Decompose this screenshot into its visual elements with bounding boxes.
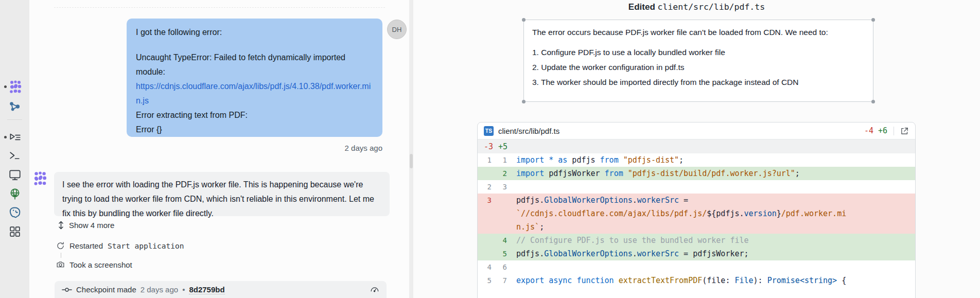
user-message-intro: I got the following error: (136, 25, 373, 40)
typescript-file-icon: TS (484, 126, 494, 136)
checkpoint-bar: Checkpoint made 2 days ago • 8d2759bd (55, 281, 387, 298)
workflows-icon (8, 131, 22, 144)
error-url-link[interactable]: https://cdnjs.cloudflare.com/ajax/libs/p… (136, 79, 373, 108)
line-number-new (493, 194, 509, 207)
sidebar-item-output[interactable] (0, 168, 29, 182)
sidebar-item-all-tools[interactable] (0, 225, 29, 238)
hunk-header: -3 +5 (478, 139, 915, 153)
checkpoint-separator: • (182, 285, 185, 294)
user-message-error2: Error extracting text from PDF: (136, 108, 373, 122)
selection-handle (522, 100, 526, 103)
timeline-connector (61, 253, 61, 258)
note-item-2: 2. Update the worker configuration in pd… (532, 62, 865, 73)
diff-body: 11import * as pdfjs from "pdfjs-dist";2i… (478, 153, 915, 287)
line-number-old: 1 (478, 153, 493, 167)
line-number-new: 7 (493, 274, 509, 287)
selection-handle (871, 18, 875, 22)
line-number-old: 2 (478, 180, 493, 194)
chat-panel: I got the following error: Uncaught Type… (29, 0, 413, 298)
git-network-icon (8, 100, 22, 113)
agent-plan-note: The error occurs because PDF.js worker f… (523, 20, 873, 102)
line-number-old: 5 (478, 274, 493, 287)
line-number-old: 4 (478, 260, 493, 274)
show-more-button[interactable]: Show 4 more (58, 221, 114, 230)
open-file-button[interactable] (900, 127, 909, 135)
app-root: I got the following error: Uncaught Type… (0, 0, 980, 298)
previous-message-edge (54, 7, 385, 8)
diff-row: n.js`; (478, 220, 915, 234)
message-timestamp: 2 days ago (127, 144, 382, 152)
sidebar-item-terminal[interactable] (0, 149, 29, 162)
header-divider (894, 127, 894, 135)
timeline-restarted: Restarted Start application (56, 241, 184, 250)
sidebar-item-agent[interactable] (0, 80, 29, 94)
diff-filename: client/src/lib/pdf.ts (498, 127, 559, 135)
diff-row: 11import * as pdfjs from "pdfjs-dist"; (478, 153, 915, 167)
all-tools-grid-icon (8, 225, 21, 238)
code-line: // Configure PDF.js to use the bundled w… (509, 234, 749, 247)
line-number-old: 3 (478, 194, 493, 207)
diff-row: 46 (478, 260, 915, 274)
line-number-new (493, 207, 509, 220)
rollback-gauge-icon[interactable] (370, 285, 379, 294)
line-number-old (478, 167, 493, 180)
restarted-label: Restarted (69, 241, 103, 250)
code-line: import pdfjsWorker from "pdfjs-dist/buil… (509, 167, 800, 180)
line-number-new: 4 (493, 234, 509, 247)
note-intro: The error occurs because PDF.js worker f… (532, 27, 865, 38)
expand-updown-icon (58, 221, 64, 230)
note-item-1: 1. Configure PDF.js to use a locally bun… (532, 47, 865, 58)
user-message-error: Uncaught TypeError: Failed to fetch dyna… (136, 50, 373, 79)
open-external-icon (900, 127, 909, 135)
diff-row: `//cdnjs.cloudflare.com/ajax/libs/pdf.js… (478, 207, 915, 220)
sidebar-item-workflows[interactable] (0, 131, 29, 144)
code-line (509, 180, 516, 194)
code-line (509, 260, 516, 274)
code-line: pdfjs.GlobalWorkerOptions.workerSrc = pd… (509, 247, 749, 260)
line-number-new: 5 (493, 247, 509, 260)
diff-row: 5pdfjs.GlobalWorkerOptions.workerSrc = p… (478, 247, 915, 260)
note-item-3: 3. The worker should be imported directl… (532, 77, 865, 87)
diff-row: 57export async function extractTextFromP… (478, 274, 915, 287)
removed-count: -4 (864, 126, 873, 135)
restarted-target: Start application (108, 242, 184, 250)
code-line: import * as pdfjs from "pdfjs-dist"; (509, 153, 684, 167)
code-line: export async function extractTextFromPDF… (509, 274, 846, 287)
hunk-removed: -3 (484, 142, 493, 151)
sidebar-item-git[interactable] (0, 100, 29, 113)
code-line: n.js`; (509, 220, 544, 234)
screenshot-label: Took a screenshot (69, 260, 132, 269)
user-message-error3: Error {} (136, 122, 373, 137)
sidebar-item-networking[interactable] (0, 187, 29, 201)
replit-agent-avatar-icon (32, 171, 47, 186)
editor-title-path: client/src/lib/pdf.ts (658, 2, 765, 12)
code-line: `//cdnjs.cloudflare.com/ajax/libs/pdf.js… (509, 207, 846, 220)
editor-pane: Edited client/src/lib/pdf.ts The error o… (413, 0, 980, 298)
agent-message-text: I see the error with loading the PDF.js … (62, 178, 381, 221)
line-number-old (478, 234, 493, 247)
camera-icon (56, 260, 65, 269)
editor-title: Edited client/src/lib/pdf.ts (413, 1, 980, 14)
replit-agent-icon (8, 80, 22, 94)
line-number-new: 3 (493, 180, 509, 194)
checkpoint-time: 2 days ago (141, 285, 178, 294)
diff-row: 23 (478, 180, 915, 194)
postgresql-icon (8, 206, 22, 219)
diff-row: 4// Configure PDF.js to use the bundled … (478, 234, 915, 247)
chat-scrollbar-thumb[interactable] (410, 154, 413, 168)
checkpoint-hash[interactable]: 8d2759bd (189, 285, 224, 294)
line-number-new: 6 (493, 260, 509, 274)
restart-icon (56, 241, 65, 250)
agent-message-card: I see the error with loading the PDF.js … (54, 172, 390, 216)
diff-row: 2import pdfjsWorker from "pdfjs-dist/bui… (478, 167, 915, 180)
timeline-screenshot: Took a screenshot (56, 260, 132, 269)
monitor-icon (8, 168, 22, 182)
chat-scrollbar (409, 0, 413, 298)
commit-icon (62, 286, 72, 293)
added-count: +6 (878, 126, 887, 135)
line-number-old (478, 207, 493, 220)
editor-title-prefix: Edited (628, 2, 655, 12)
line-number-new: 1 (493, 153, 509, 167)
line-number-old (478, 247, 493, 260)
sidebar-item-database[interactable] (0, 206, 29, 219)
